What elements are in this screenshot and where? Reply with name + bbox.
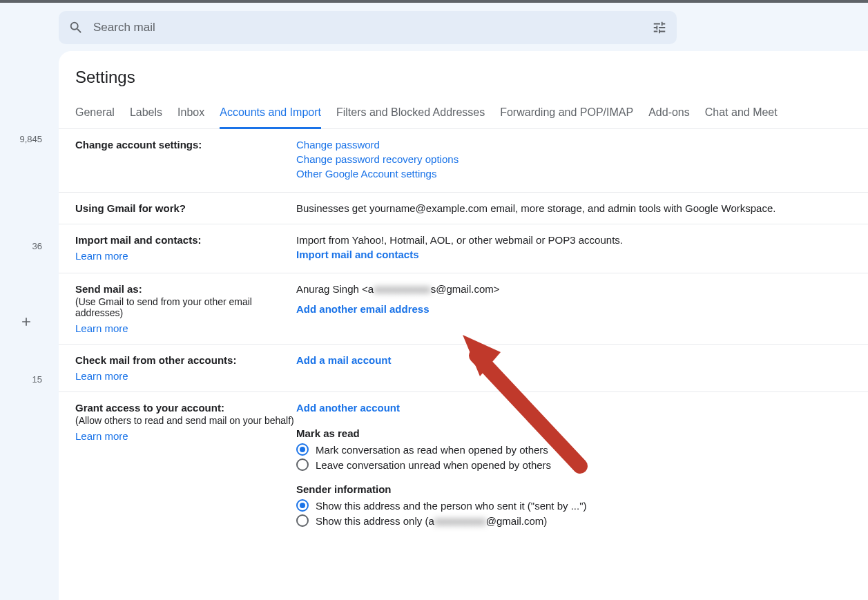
section-title: Change account settings: [75,139,202,151]
radio-label: Mark conversation as read when opened by… [316,444,548,456]
section-import: Import mail and contacts: Learn more Imp… [59,224,868,273]
search-options-icon[interactable] [652,20,667,35]
tab-addons[interactable]: Add-ons [648,99,690,128]
search-icon [68,20,84,35]
learn-more-link[interactable]: Learn more [75,370,128,382]
change-password-link[interactable]: Change password [296,139,380,151]
add-label-button[interactable] [0,313,59,333]
other-settings-link[interactable]: Other Google Account settings [296,168,436,180]
section-title: Check mail from other accounts: [75,354,296,366]
learn-more-link[interactable]: Learn more [75,430,128,442]
section-gmail-work: Using Gmail for work? Businesses get you… [59,193,868,224]
import-mail-link[interactable]: Import mail and contacts [296,249,419,260]
section-send-mail-as: Send mail as: (Use Gmail to send from yo… [59,273,868,345]
radio-label: Show this address and the person who sen… [316,500,587,512]
tab-forwarding[interactable]: Forwarding and POP/IMAP [500,99,633,128]
send-as-address: Anurag Singh <axxxxxxxxxxxs@gmail.com> [296,283,500,295]
inbox-count: 9,845 [0,134,59,144]
learn-more-link[interactable]: Learn more [75,250,128,262]
radio-label: Show this address only (axxxxxxxxxx@gmai… [316,515,547,527]
section-title: Import mail and contacts: [75,234,296,246]
section-title: Send mail as: [75,283,296,295]
tab-filters[interactable]: Filters and Blocked Addresses [336,99,485,128]
settings-panel: Settings General Labels Inbox Accounts a… [59,51,868,600]
section-title: Using Gmail for work? [75,202,186,214]
section-subtitle: (Use Gmail to send from your other email… [75,296,296,318]
import-text: Import from Yahoo!, Hotmail, AOL, or oth… [296,234,623,246]
work-text: Businesses get yourname@example.com emai… [296,202,775,214]
add-account-link[interactable]: Add another account [296,402,400,414]
settings-tabs: General Labels Inbox Accounts and Import… [59,99,868,129]
page-title: Settings [59,64,868,99]
section-check-mail: Check mail from other accounts: Learn mo… [59,345,868,392]
radio-show-address-only[interactable] [296,514,309,527]
tab-inbox[interactable]: Inbox [177,99,204,128]
learn-more-link[interactable]: Learn more [75,322,128,334]
tab-general[interactable]: General [75,99,115,128]
label-count-1: 36 [0,241,59,251]
search-input[interactable] [84,21,652,35]
radio-leave-unread[interactable] [296,458,309,471]
tab-labels[interactable]: Labels [130,99,162,128]
sender-info-heading: Sender information [296,483,851,495]
add-mail-account-link[interactable]: Add a mail account [296,354,392,366]
tab-chat-meet[interactable]: Chat and Meet [705,99,778,128]
change-recovery-link[interactable]: Change password recovery options [296,153,459,165]
section-change-account: Change account settings: Change password… [59,129,868,193]
label-count-2: 15 [0,374,59,385]
radio-label: Leave conversation unread when opened by… [316,459,551,471]
sidebar: 9,845 36 15 [0,3,59,600]
section-grant-access: Grant access to your account: (Allow oth… [59,392,868,539]
mark-as-read-heading: Mark as read [296,427,851,439]
radio-mark-read[interactable] [296,443,309,456]
radio-show-sent-by[interactable] [296,499,309,512]
section-title: Grant access to your account: [75,402,296,414]
section-subtitle: (Allow others to read and send mail on y… [75,415,296,426]
search-bar[interactable] [59,11,677,44]
add-email-link[interactable]: Add another email address [296,303,430,315]
tab-accounts-import[interactable]: Accounts and Import [220,99,321,129]
